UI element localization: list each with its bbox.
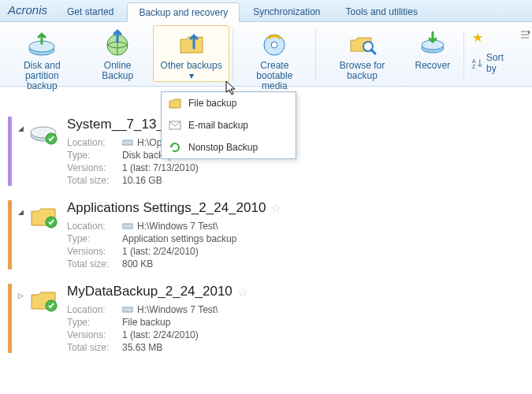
other-backups-label: Other backups ▾ [160, 61, 223, 81]
disk-partition-backup-button[interactable]: Disk and partition backup [2, 25, 83, 92]
browse-icon [347, 28, 378, 59]
dropdown-file-backup[interactable]: File backup [162, 92, 296, 114]
ribbon: Disk and partition backup Online Backup … [0, 22, 532, 87]
globe-arrow-icon [102, 28, 133, 59]
tab-synchronization[interactable]: Synchronization [241, 2, 332, 21]
disk-backup-icon [26, 28, 58, 59]
location-value: H:\Windows 7 Test\ [137, 221, 218, 232]
hdd-icon [122, 222, 133, 230]
recover-label: Recover [415, 61, 451, 71]
folder-arrow-icon [176, 28, 207, 59]
sort-label: Sort by [486, 52, 513, 74]
backup-title: System__7_13_2 [67, 117, 171, 132]
tab-tools[interactable]: Tools and utilities [334, 2, 430, 21]
ribbon-separator [315, 30, 316, 80]
dropdown-nonstop-backup[interactable]: Nonstop Backup [162, 136, 296, 158]
hdd-icon [122, 139, 133, 147]
dropdown-nonstop-label: Nonstop Backup [188, 142, 258, 153]
tab-get-started[interactable]: Get started [55, 2, 125, 21]
other-backups-dropdown: File backup E-mail backup Nonstop Backup [161, 91, 296, 159]
backup-entry: ◢ Applications Settings_2_24_2010☆ Locat… [0, 194, 532, 277]
email-icon [168, 118, 182, 132]
online-backup-label: Online Backup [90, 61, 146, 81]
total-value: 800 KB [122, 258, 524, 269]
total-value: 10.16 GB [122, 175, 524, 186]
total-value: 35.63 MB [122, 342, 524, 353]
bootable-label: Create bootable media [244, 61, 305, 91]
location-key: Location: [67, 221, 122, 232]
backup-title: MyDataBackup_2_24_2010 [67, 284, 233, 299]
ribbon-separator [233, 30, 233, 80]
favorites-button[interactable]: ★ [469, 30, 516, 46]
location-key: Location: [67, 304, 122, 315]
category-stripe [8, 284, 12, 353]
sort-icon: AZ [472, 57, 483, 69]
hdd-icon [122, 306, 133, 314]
expand-toggle[interactable]: ▷ [17, 284, 24, 353]
folder-backup-entry-icon [28, 200, 59, 232]
type-key: Type: [67, 317, 122, 328]
favorite-star[interactable]: ☆ [270, 201, 281, 216]
backup-title: Applications Settings_2_24_2010 [67, 200, 266, 216]
type-value: File backup [122, 317, 524, 328]
location-key: Location: [67, 137, 122, 148]
svg-rect-14 [122, 140, 133, 145]
recover-icon [417, 28, 448, 59]
versions-value: 1 (last: 2/24/2010) [122, 246, 524, 257]
type-key: Type: [67, 150, 122, 161]
recover-button[interactable]: Recover [405, 25, 460, 72]
svg-rect-16 [122, 224, 133, 229]
star-icon: ★ [472, 32, 485, 44]
category-stripe [8, 117, 12, 186]
folder-icon [168, 96, 182, 110]
svg-text:Z: Z [472, 64, 476, 69]
versions-key: Versions: [67, 162, 122, 173]
total-key: Total size: [67, 258, 122, 269]
bootable-media-icon [259, 28, 290, 59]
folder-backup-entry-icon [28, 284, 59, 315]
browse-backup-button[interactable]: Browse for backup [319, 25, 405, 82]
dropdown-file-label: File backup [188, 98, 236, 109]
expand-toggle[interactable]: ◢ [17, 117, 24, 186]
svg-point-4 [271, 42, 277, 48]
svg-rect-18 [122, 307, 133, 312]
total-key: Total size: [67, 342, 122, 353]
sort-by-button[interactable]: AZ Sort by [469, 50, 516, 76]
versions-key: Versions: [67, 329, 122, 340]
disk-backup-entry-icon [28, 117, 59, 148]
other-backups-button[interactable]: Other backups ▾ [153, 25, 230, 82]
chevron-down-icon: ▾ [189, 70, 194, 81]
collapse-icon[interactable] [519, 30, 530, 39]
location-value: H:\Windows 7 Test\ [137, 304, 218, 315]
backup-entry: ▷ MyDataBackup_2_24_2010☆ Location: H:\W… [0, 277, 532, 361]
type-key: Type: [67, 233, 122, 244]
expand-toggle[interactable]: ◢ [17, 200, 24, 269]
ribbon-separator [463, 30, 464, 80]
browse-label: Browse for backup [326, 61, 398, 81]
disk-partition-label: Disk and partition backup [9, 61, 76, 91]
dropdown-email-label: E-mail backup [188, 120, 248, 131]
versions-value: 1 (last: 2/24/2010) [122, 329, 524, 340]
nonstop-icon [168, 140, 182, 154]
tab-strip: Acronis Get started Backup and recovery … [0, 0, 532, 22]
type-value: Application settings backup [122, 233, 524, 244]
versions-value: 1 (last: 7/13/2010) [122, 162, 524, 173]
brand-label: Acronis [3, 0, 55, 21]
total-key: Total size: [67, 175, 122, 186]
favorite-star[interactable]: ☆ [237, 284, 248, 299]
versions-key: Versions: [67, 246, 122, 257]
online-backup-button[interactable]: Online Backup [83, 25, 153, 82]
dropdown-email-backup[interactable]: E-mail backup [162, 114, 296, 136]
tab-backup-recovery[interactable]: Backup and recovery [127, 2, 240, 22]
category-stripe [8, 200, 12, 269]
create-bootable-button[interactable]: Create bootable media [236, 25, 312, 92]
